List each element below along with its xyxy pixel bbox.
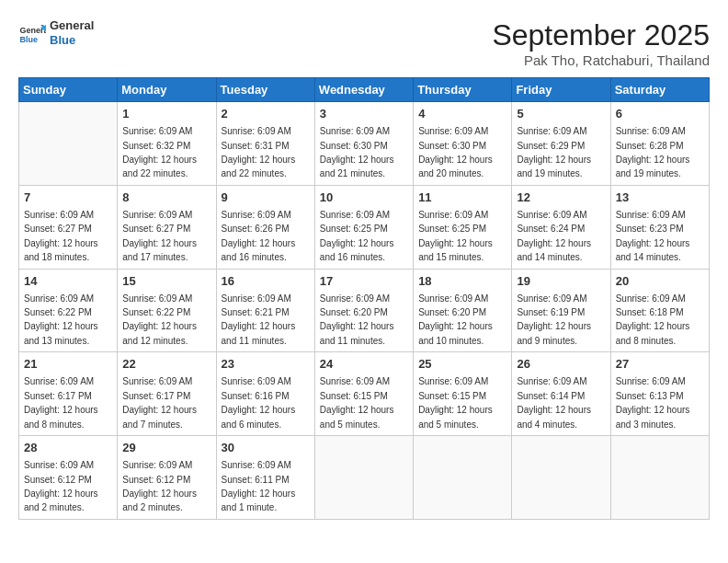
day-info: Sunrise: 6:09 AMSunset: 6:18 PMDaylight:… (616, 293, 690, 346)
day-number: 5 (517, 106, 605, 122)
day-info: Sunrise: 6:09 AMSunset: 6:30 PMDaylight:… (418, 126, 493, 178)
calendar-cell (19, 102, 118, 186)
weekday-header-cell: Friday (512, 78, 610, 102)
day-info: Sunrise: 6:09 AMSunset: 6:32 PMDaylight:… (122, 126, 197, 178)
day-number: 2 (222, 106, 310, 122)
day-number: 17 (320, 273, 408, 290)
day-info: Sunrise: 6:09 AMSunset: 6:27 PMDaylight:… (24, 210, 98, 262)
day-number: 13 (616, 190, 704, 206)
day-info: Sunrise: 6:09 AMSunset: 6:23 PMDaylight:… (616, 210, 690, 262)
calendar-cell: 21 Sunrise: 6:09 AMSunset: 6:17 PMDaylig… (19, 352, 118, 436)
day-info: Sunrise: 6:09 AMSunset: 6:30 PMDaylight:… (320, 126, 394, 178)
calendar-cell: 27 Sunrise: 6:09 AMSunset: 6:13 PMDaylig… (610, 352, 709, 436)
day-number: 8 (122, 190, 210, 206)
day-info: Sunrise: 6:09 AMSunset: 6:25 PMDaylight:… (418, 210, 493, 262)
calendar-body: 1 Sunrise: 6:09 AMSunset: 6:32 PMDayligh… (19, 102, 710, 520)
day-number: 19 (517, 273, 605, 290)
logo-line2: Blue (50, 33, 94, 48)
calendar-cell: 6 Sunrise: 6:09 AMSunset: 6:28 PMDayligh… (610, 102, 709, 186)
calendar-cell: 4 Sunrise: 6:09 AMSunset: 6:30 PMDayligh… (414, 102, 512, 186)
day-info: Sunrise: 6:09 AMSunset: 6:20 PMDaylight:… (418, 293, 493, 346)
calendar-week-row: 7 Sunrise: 6:09 AMSunset: 6:27 PMDayligh… (19, 185, 710, 269)
calendar-cell: 8 Sunrise: 6:09 AMSunset: 6:27 PMDayligh… (118, 185, 216, 269)
day-info: Sunrise: 6:09 AMSunset: 6:20 PMDaylight:… (320, 293, 394, 346)
svg-text:Blue: Blue (20, 34, 39, 43)
day-number: 18 (418, 273, 506, 290)
calendar-cell: 9 Sunrise: 6:09 AMSunset: 6:26 PMDayligh… (216, 185, 314, 269)
calendar-cell: 16 Sunrise: 6:09 AMSunset: 6:21 PMDaylig… (216, 269, 314, 352)
day-info: Sunrise: 6:09 AMSunset: 6:25 PMDaylight:… (320, 210, 394, 262)
day-info: Sunrise: 6:09 AMSunset: 6:31 PMDaylight:… (222, 126, 296, 178)
calendar-cell (314, 436, 413, 520)
weekday-header-cell: Wednesday (314, 78, 413, 102)
logo: General Blue General Blue (18, 18, 94, 47)
calendar-table: SundayMondayTuesdayWednesdayThursdayFrid… (18, 77, 710, 520)
day-number: 16 (222, 273, 310, 290)
day-info: Sunrise: 6:09 AMSunset: 6:11 PMDaylight:… (222, 460, 296, 512)
day-info: Sunrise: 6:09 AMSunset: 6:22 PMDaylight:… (24, 293, 98, 346)
calendar-cell: 3 Sunrise: 6:09 AMSunset: 6:30 PMDayligh… (314, 102, 413, 186)
calendar-cell: 20 Sunrise: 6:09 AMSunset: 6:18 PMDaylig… (610, 269, 709, 352)
calendar-cell: 19 Sunrise: 6:09 AMSunset: 6:19 PMDaylig… (512, 269, 610, 352)
calendar-cell: 24 Sunrise: 6:09 AMSunset: 6:15 PMDaylig… (314, 352, 413, 436)
location-subtitle: Pak Tho, Ratchaburi, Thailand (492, 52, 710, 68)
weekday-header-cell: Tuesday (216, 78, 314, 102)
calendar-week-row: 1 Sunrise: 6:09 AMSunset: 6:32 PMDayligh… (19, 102, 710, 186)
calendar-cell: 29 Sunrise: 6:09 AMSunset: 6:12 PMDaylig… (118, 436, 216, 520)
weekday-header-row: SundayMondayTuesdayWednesdayThursdayFrid… (19, 78, 710, 102)
logo-line1: General (50, 18, 94, 33)
weekday-header-cell: Saturday (610, 78, 709, 102)
month-title: September 2025 (492, 18, 710, 52)
day-info: Sunrise: 6:09 AMSunset: 6:27 PMDaylight:… (122, 210, 197, 262)
day-info: Sunrise: 6:09 AMSunset: 6:29 PMDaylight:… (517, 126, 591, 178)
calendar-cell: 7 Sunrise: 6:09 AMSunset: 6:27 PMDayligh… (19, 185, 118, 269)
calendar-cell: 17 Sunrise: 6:09 AMSunset: 6:20 PMDaylig… (314, 269, 413, 352)
day-number: 30 (222, 440, 310, 456)
day-number: 10 (320, 190, 408, 206)
day-number: 23 (222, 356, 310, 373)
day-info: Sunrise: 6:09 AMSunset: 6:21 PMDaylight:… (222, 293, 296, 346)
weekday-header-cell: Thursday (414, 78, 512, 102)
day-number: 15 (122, 273, 210, 290)
day-info: Sunrise: 6:09 AMSunset: 6:13 PMDaylight:… (616, 376, 690, 429)
calendar-cell: 30 Sunrise: 6:09 AMSunset: 6:11 PMDaylig… (216, 436, 314, 520)
calendar-cell: 12 Sunrise: 6:09 AMSunset: 6:24 PMDaylig… (512, 185, 610, 269)
day-number: 28 (24, 440, 112, 456)
day-info: Sunrise: 6:09 AMSunset: 6:12 PMDaylight:… (24, 460, 98, 512)
day-info: Sunrise: 6:09 AMSunset: 6:17 PMDaylight:… (24, 376, 98, 429)
calendar-week-row: 14 Sunrise: 6:09 AMSunset: 6:22 PMDaylig… (19, 269, 710, 352)
day-info: Sunrise: 6:09 AMSunset: 6:22 PMDaylight:… (122, 293, 197, 346)
day-number: 25 (418, 356, 506, 373)
calendar-cell (610, 436, 709, 520)
day-number: 9 (222, 190, 310, 206)
day-number: 21 (24, 356, 112, 373)
calendar-cell: 11 Sunrise: 6:09 AMSunset: 6:25 PMDaylig… (414, 185, 512, 269)
calendar-cell: 22 Sunrise: 6:09 AMSunset: 6:17 PMDaylig… (118, 352, 216, 436)
calendar-cell: 2 Sunrise: 6:09 AMSunset: 6:31 PMDayligh… (216, 102, 314, 186)
calendar-cell: 10 Sunrise: 6:09 AMSunset: 6:25 PMDaylig… (314, 185, 413, 269)
day-number: 11 (418, 190, 506, 206)
calendar-cell: 1 Sunrise: 6:09 AMSunset: 6:32 PMDayligh… (118, 102, 216, 186)
calendar-cell: 25 Sunrise: 6:09 AMSunset: 6:15 PMDaylig… (414, 352, 512, 436)
day-number: 29 (122, 440, 210, 456)
day-info: Sunrise: 6:09 AMSunset: 6:28 PMDaylight:… (616, 126, 690, 178)
calendar-cell: 14 Sunrise: 6:09 AMSunset: 6:22 PMDaylig… (19, 269, 118, 352)
day-number: 4 (418, 106, 506, 122)
calendar-week-row: 21 Sunrise: 6:09 AMSunset: 6:17 PMDaylig… (19, 352, 710, 436)
day-number: 20 (616, 273, 704, 290)
day-info: Sunrise: 6:09 AMSunset: 6:26 PMDaylight:… (222, 210, 296, 262)
title-block: September 2025 Pak Tho, Ratchaburi, Thai… (492, 18, 710, 68)
day-number: 26 (517, 356, 605, 373)
weekday-header-cell: Monday (118, 78, 216, 102)
day-number: 3 (320, 106, 408, 122)
day-number: 27 (616, 356, 704, 373)
calendar-cell: 13 Sunrise: 6:09 AMSunset: 6:23 PMDaylig… (610, 185, 709, 269)
day-number: 6 (616, 106, 704, 122)
day-info: Sunrise: 6:09 AMSunset: 6:15 PMDaylight:… (320, 376, 394, 429)
day-number: 24 (320, 356, 408, 373)
day-info: Sunrise: 6:09 AMSunset: 6:17 PMDaylight:… (122, 376, 197, 429)
day-info: Sunrise: 6:09 AMSunset: 6:16 PMDaylight:… (222, 376, 296, 429)
day-number: 22 (122, 356, 210, 373)
calendar-cell: 5 Sunrise: 6:09 AMSunset: 6:29 PMDayligh… (512, 102, 610, 186)
day-number: 7 (24, 190, 112, 206)
